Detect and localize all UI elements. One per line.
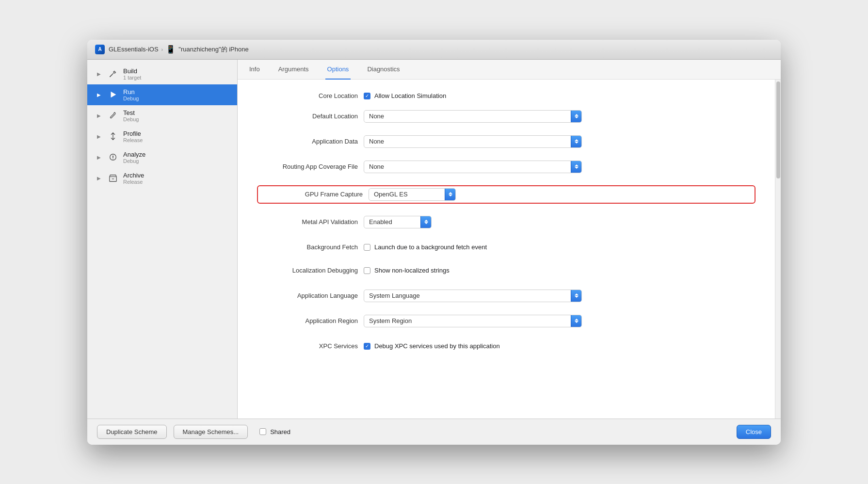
app-name: GLEssentials-iOS bbox=[109, 46, 159, 53]
shared-checkbox[interactable] bbox=[259, 428, 266, 435]
routing-value: None bbox=[364, 163, 571, 170]
analyze-subtitle: Debug bbox=[123, 158, 145, 164]
metal-api-select[interactable]: Enabled bbox=[364, 216, 432, 228]
tab-diagnostics[interactable]: Diagnostics bbox=[365, 60, 402, 80]
analyze-icon bbox=[108, 152, 118, 162]
allow-location-checkbox[interactable] bbox=[364, 93, 370, 99]
bottom-bar: Duplicate Scheme Manage Schemes... Share… bbox=[87, 419, 781, 445]
metal-api-row: Metal API Validation Enabled bbox=[257, 215, 755, 229]
loc-debug-checkbox[interactable] bbox=[364, 267, 370, 274]
app-region-control: System Region bbox=[364, 315, 755, 327]
routing-arrow[interactable] bbox=[571, 161, 581, 173]
routing-label: Routing App Coverage File bbox=[257, 163, 364, 170]
analyze-item-text: Analyze Debug bbox=[123, 151, 145, 164]
app-data-select[interactable]: None bbox=[364, 135, 582, 148]
arrow-up-icon bbox=[575, 139, 579, 141]
gpu-capture-row: GPU Frame Capture OpenGL ES bbox=[257, 185, 755, 204]
arrow-down-icon bbox=[575, 142, 579, 144]
test-item-text: Test Debug bbox=[123, 109, 139, 122]
arrow-up-icon bbox=[575, 114, 579, 116]
sidebar-item-run[interactable]: ▶ Run Debug bbox=[87, 84, 237, 105]
arrow-up-icon bbox=[575, 319, 579, 321]
arrow-up-icon bbox=[449, 192, 452, 194]
xpc-control: Debug XPC services used by this applicat… bbox=[364, 342, 755, 350]
archive-item-text: Archive Release bbox=[123, 172, 144, 185]
tab-arguments[interactable]: Arguments bbox=[276, 60, 311, 80]
build-title: Build bbox=[123, 67, 141, 75]
archive-icon bbox=[108, 173, 118, 183]
scrollbar[interactable] bbox=[775, 80, 781, 419]
analyze-title: Analyze bbox=[123, 151, 145, 158]
app-data-control: None bbox=[364, 135, 755, 148]
wrench-icon bbox=[108, 110, 118, 121]
loc-debug-text: Show non-localized strings bbox=[374, 267, 450, 274]
sidebar-item-analyze[interactable]: ▶ Analyze Debug bbox=[87, 147, 237, 168]
app-lang-value: System Language bbox=[364, 292, 571, 299]
app-lang-row: Application Language System Language bbox=[257, 289, 755, 303]
sidebar-item-profile[interactable]: ▶ Profile Release bbox=[87, 126, 237, 147]
manage-schemes-button[interactable]: Manage Schemes... bbox=[174, 425, 248, 439]
svg-point-3 bbox=[113, 159, 113, 160]
right-panel: Info Arguments Options Diagnostics Core … bbox=[238, 60, 781, 419]
expand-arrow-analyze: ▶ bbox=[97, 155, 103, 160]
arrow-down-icon bbox=[449, 194, 452, 196]
archive-subtitle: Release bbox=[123, 179, 144, 185]
tab-options[interactable]: Options bbox=[325, 60, 351, 80]
bg-fetch-checkbox[interactable] bbox=[364, 244, 370, 251]
arrow-up-icon bbox=[575, 164, 579, 166]
app-data-row: Application Data None bbox=[257, 135, 755, 148]
default-location-select[interactable]: None bbox=[364, 110, 582, 123]
run-title: Run bbox=[123, 88, 139, 96]
sidebar-item-test[interactable]: ▶ Test Debug bbox=[87, 105, 237, 126]
sidebar: ▶ Build 1 target ▶ bbox=[87, 60, 238, 419]
default-location-value: None bbox=[364, 113, 571, 120]
profile-title: Profile bbox=[123, 130, 143, 137]
test-title: Test bbox=[123, 109, 139, 116]
metal-api-label: Metal API Validation bbox=[257, 218, 364, 226]
shared-row: Shared bbox=[259, 428, 290, 436]
arrow-down-icon bbox=[575, 296, 579, 298]
duplicate-scheme-button[interactable]: Duplicate Scheme bbox=[97, 425, 167, 439]
xpc-checkbox[interactable] bbox=[364, 343, 370, 350]
profile-icon bbox=[108, 131, 118, 142]
app-region-row: Application Region System Region bbox=[257, 314, 755, 328]
routing-select[interactable]: None bbox=[364, 161, 582, 173]
gpu-capture-control: OpenGL ES bbox=[369, 188, 751, 201]
sidebar-item-build[interactable]: ▶ Build 1 target bbox=[87, 64, 237, 84]
tab-bar: Info Arguments Options Diagnostics bbox=[238, 60, 781, 80]
close-button[interactable]: Close bbox=[737, 425, 771, 439]
bg-fetch-control: Launch due to a background fetch event bbox=[364, 243, 755, 251]
sidebar-item-archive[interactable]: ▶ Archive Release bbox=[87, 168, 237, 189]
gpu-capture-arrow[interactable] bbox=[445, 189, 455, 200]
app-region-select[interactable]: System Region bbox=[364, 315, 582, 327]
core-location-control: Allow Location Simulation bbox=[364, 92, 755, 99]
metal-api-arrow[interactable] bbox=[420, 216, 431, 228]
archive-title: Archive bbox=[123, 172, 144, 179]
device-label: "ruanzhicheng"的 iPhone bbox=[178, 45, 248, 54]
loc-debug-control: Show non-localized strings bbox=[364, 267, 755, 274]
expand-arrow-test: ▶ bbox=[97, 113, 103, 118]
app-data-arrow[interactable] bbox=[571, 136, 581, 147]
svg-rect-2 bbox=[113, 155, 113, 158]
xpc-row: XPC Services Debug XPC services used by … bbox=[257, 339, 755, 353]
app-lang-select[interactable]: System Language bbox=[364, 290, 582, 302]
gpu-capture-value: OpenGL ES bbox=[369, 191, 445, 198]
expand-arrow-run: ▶ bbox=[97, 92, 103, 97]
xpc-label: XPC Services bbox=[257, 342, 364, 350]
app-region-arrow[interactable] bbox=[571, 315, 581, 327]
default-location-row: Default Location None bbox=[257, 110, 755, 123]
app-lang-arrow[interactable] bbox=[571, 290, 581, 302]
build-item-text: Build 1 target bbox=[123, 67, 141, 81]
arrow-down-icon bbox=[575, 167, 579, 169]
arrow-up-icon bbox=[575, 293, 579, 295]
expand-arrow-archive: ▶ bbox=[97, 176, 103, 181]
default-location-arrow[interactable] bbox=[571, 111, 581, 122]
metal-api-value: Enabled bbox=[364, 218, 420, 226]
arrow-down-icon bbox=[575, 116, 579, 118]
core-location-row: Core Location Allow Location Simulation bbox=[257, 89, 755, 103]
gpu-capture-select[interactable]: OpenGL ES bbox=[369, 188, 456, 201]
app-data-value: None bbox=[364, 138, 571, 145]
core-location-label: Core Location bbox=[257, 92, 364, 99]
device-icon: 📱 bbox=[166, 45, 176, 54]
tab-info[interactable]: Info bbox=[247, 60, 262, 80]
